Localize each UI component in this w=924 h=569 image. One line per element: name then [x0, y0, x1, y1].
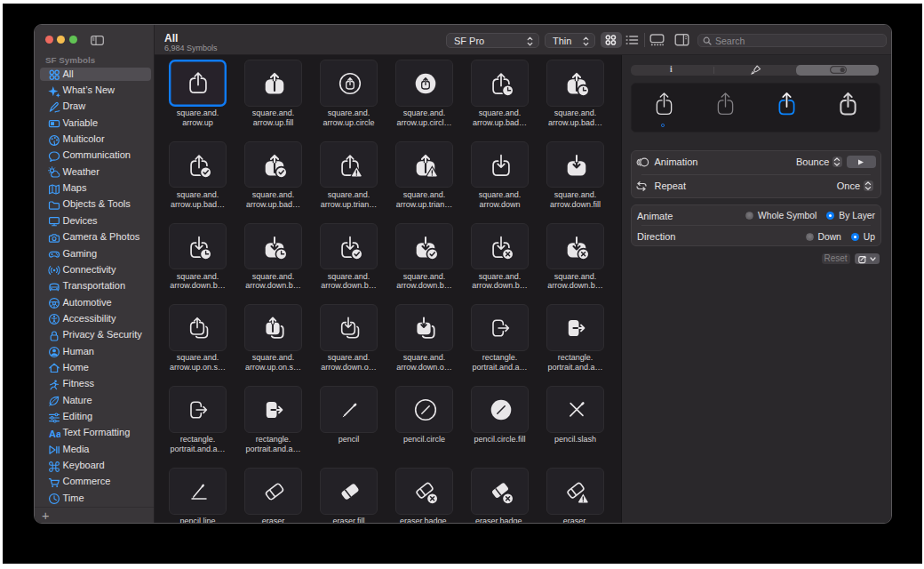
- svg-text:Aa: Aa: [49, 428, 60, 438]
